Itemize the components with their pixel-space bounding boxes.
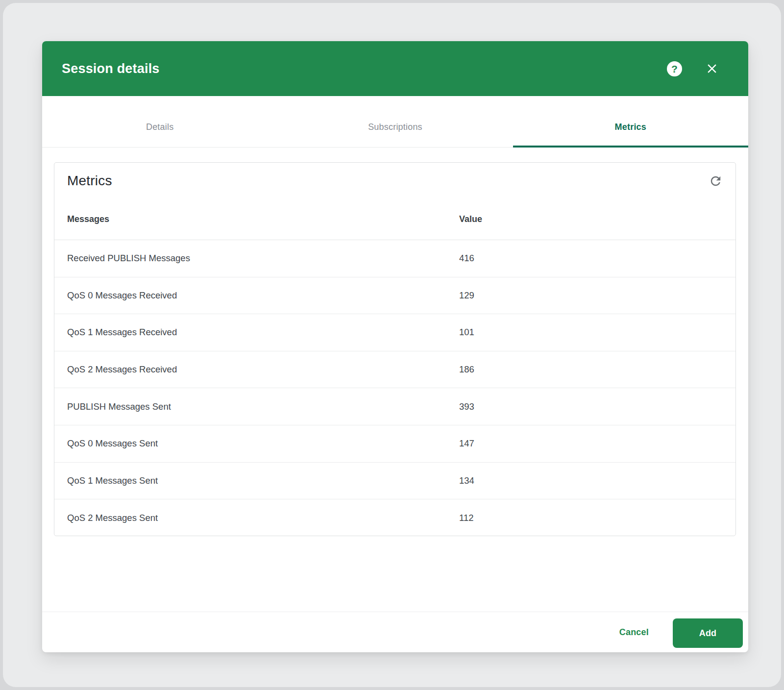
dialog-footer: Cancel Add (42, 612, 748, 652)
tab-details[interactable]: Details (42, 96, 277, 147)
table-row: QoS 2 Messages Received 186 (54, 351, 735, 389)
metric-value: 112 (459, 513, 735, 523)
column-header-messages: Messages (67, 214, 459, 224)
table-row: PUBLISH Messages Sent 393 (54, 388, 735, 425)
cancel-button[interactable]: Cancel (607, 619, 661, 645)
close-icon-glyph (705, 61, 719, 76)
dialog-content: Metrics Messages Value Received PUBLISH … (42, 148, 748, 612)
table-header-row: Messages Value (54, 199, 735, 240)
metric-label: QoS 1 Messages Received (67, 327, 459, 338)
metric-label: Received PUBLISH Messages (67, 253, 459, 264)
metric-value: 147 (459, 438, 735, 449)
refresh-icon-glyph (709, 174, 723, 188)
help-icon[interactable]: ? (667, 61, 682, 76)
tab-bar: Details Subscriptions Metrics (42, 96, 748, 148)
metrics-card-title: Metrics (67, 173, 112, 189)
metric-label: QoS 2 Messages Received (67, 364, 459, 375)
metric-value: 416 (459, 253, 735, 264)
help-glyph: ? (671, 64, 678, 74)
column-header-value: Value (459, 214, 735, 224)
metric-label: QoS 2 Messages Sent (67, 513, 459, 523)
metric-value: 186 (459, 364, 735, 375)
page-background: Session details ? Details Subscriptions … (3, 3, 781, 687)
metric-label: QoS 0 Messages Sent (67, 438, 459, 449)
metrics-card-header: Metrics (54, 163, 735, 199)
refresh-icon[interactable] (709, 174, 723, 188)
close-icon[interactable] (705, 61, 719, 76)
metric-label: QoS 0 Messages Received (67, 290, 459, 301)
table-row: QoS 1 Messages Received 101 (54, 314, 735, 351)
metric-value: 129 (459, 290, 735, 301)
table-row: QoS 2 Messages Sent 112 (54, 499, 735, 536)
metric-value: 134 (459, 475, 735, 486)
table-row: Received PUBLISH Messages 416 (54, 240, 735, 277)
metric-value: 101 (459, 327, 735, 338)
dialog-header: Session details ? (42, 41, 748, 96)
dialog-title: Session details (62, 61, 667, 76)
metric-value: 393 (459, 401, 735, 412)
table-row: QoS 0 Messages Sent 147 (54, 425, 735, 463)
table-row: QoS 1 Messages Sent 134 (54, 463, 735, 500)
metric-label: PUBLISH Messages Sent (67, 401, 459, 412)
tab-metrics[interactable]: Metrics (513, 96, 748, 147)
add-button[interactable]: Add (673, 618, 743, 648)
metrics-card: Metrics Messages Value Received PUBLISH … (54, 162, 736, 536)
session-details-dialog: Session details ? Details Subscriptions … (42, 41, 748, 652)
tab-subscriptions[interactable]: Subscriptions (277, 96, 513, 147)
metric-label: QoS 1 Messages Sent (67, 475, 459, 486)
table-row: QoS 0 Messages Received 129 (54, 277, 735, 315)
